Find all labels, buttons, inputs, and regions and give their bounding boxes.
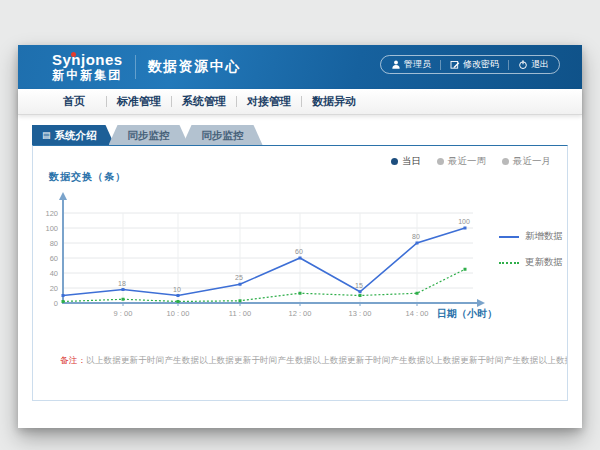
app-window: Synjones 新中新集团 数据资源中心 管理员 修改密码 [18,45,582,428]
edit-icon [450,59,460,70]
logo-text-cn: 新中新集团 [52,69,123,82]
line-chart-svg: 0204060801001209 : 0010 : 0011 : 0012 : … [33,190,493,330]
data-point-label: 100 [458,218,470,225]
radio-label: 当日 [402,155,421,168]
data-point-label: 15 [355,282,363,289]
footnote-text: 以上数据更新于时间产生数据以上数据更新于时间产生数据以上数据更新于时间产生数据以… [86,355,567,365]
line-chart: 0204060801001209 : 0010 : 0011 : 0012 : … [33,190,493,330]
data-point [177,294,180,297]
tab-sync-monitor-1[interactable]: 同步监控 [109,125,189,145]
y-tick-label: 40 [50,269,58,278]
pill-divider [508,60,509,70]
logo-text-en: Synjones [52,52,123,69]
logout-label: 退出 [531,58,549,71]
content-area: ▤ 系统介绍 同步监控 同步监控 当日 最近一周 最近一月 [18,115,582,428]
data-point [239,299,242,302]
data-point-label: 18 [118,280,126,287]
tab-label: 系统介绍 [55,125,97,145]
legend-label: 更新数据 [525,256,563,269]
user-icon [391,59,401,70]
data-point-label: 60 [295,248,303,255]
x-tick-label: 9 : 00 [114,309,133,318]
data-point-label: 10 [173,286,181,293]
nav-item-standard-mgmt[interactable]: 标准管理 [107,94,171,109]
radio-dot-icon [437,158,444,165]
y-axis-title: 数据交换（条） [49,170,126,184]
logout-button[interactable]: 退出 [518,58,549,71]
y-tick-label: 80 [50,239,58,248]
legend-item-update-data: 更新数据 [499,256,563,269]
data-point [299,257,302,260]
nav-item-data-change[interactable]: 数据异动 [302,94,366,109]
y-tick-label: 60 [50,254,58,263]
change-password-label: 修改密码 [463,58,499,71]
y-tick-label: 0 [54,299,58,308]
radio-today[interactable]: 当日 [391,155,421,168]
page-title: 数据资源中心 [148,58,241,76]
y-tick-label: 20 [50,284,58,293]
footnote-label: 备注： [60,355,86,365]
x-axis-arrow-icon [477,299,485,307]
data-point [464,268,467,271]
header-divider [135,55,136,79]
tab-sync-monitor-2[interactable]: 同步监控 [183,125,263,145]
radio-dot-icon [502,158,509,165]
logo: Synjones 新中新集团 [52,52,123,82]
data-point [416,292,419,295]
x-axis-title: 日期（小时） [437,307,497,321]
data-point [122,288,125,291]
y-tick-label: 100 [45,224,58,233]
user-menu[interactable]: 管理员 [391,58,431,71]
data-point-label: 25 [235,274,243,281]
dotted-line-swatch-icon [499,262,519,264]
user-toolbar: 管理员 修改密码 退出 [380,55,560,74]
change-password-button[interactable]: 修改密码 [450,58,499,71]
data-point [359,290,362,293]
radio-last-month[interactable]: 最近一月 [502,155,551,168]
document-icon: ▤ [42,131,51,140]
x-tick-label: 13 : 00 [349,309,372,318]
tab-bar: ▤ 系统介绍 同步监控 同步监控 [32,125,263,145]
data-point [464,227,467,230]
data-point [359,294,362,297]
tab-system-intro[interactable]: ▤ 系统介绍 [32,125,115,145]
legend-item-new-data: 新增数据 [499,230,563,243]
radio-label: 最近一月 [513,155,551,168]
x-tick-label: 10 : 00 [167,309,190,318]
x-tick-label: 12 : 00 [289,309,312,318]
chart-legend: 新增数据 更新数据 [499,230,563,269]
data-point [239,283,242,286]
nav-item-system-mgmt[interactable]: 系统管理 [172,94,236,109]
data-point [122,298,125,301]
data-point [177,300,180,303]
user-name: 管理员 [404,58,431,71]
y-tick-label: 120 [45,209,58,218]
power-icon [518,59,528,70]
range-filter: 当日 最近一周 最近一月 [391,155,551,168]
chart-panel: 当日 最近一周 最近一月 数据交换（条） 0204060801001209 : … [32,145,568,401]
footnote: 备注：以上数据更新于时间产生数据以上数据更新于时间产生数据以上数据更新于时间产生… [33,355,567,367]
nav-item-home[interactable]: 首页 [42,94,106,109]
pill-divider [440,60,441,70]
data-point [62,300,65,303]
y-axis-arrow-icon [59,192,67,200]
x-tick-label: 14 : 00 [406,309,429,318]
legend-label: 新增数据 [525,230,563,243]
radio-last-week[interactable]: 最近一周 [437,155,486,168]
radio-dot-icon [391,158,398,165]
data-point [416,242,419,245]
data-point [299,292,302,295]
main-nav: 首页 标准管理 系统管理 对接管理 数据异动 [18,89,582,115]
solid-line-swatch-icon [499,236,519,238]
nav-item-interface-mgmt[interactable]: 对接管理 [237,94,301,109]
data-point [62,294,65,297]
app-header: Synjones 新中新集团 数据资源中心 管理员 修改密码 [18,45,582,89]
radio-label: 最近一周 [448,155,486,168]
data-point-label: 80 [412,233,420,240]
x-tick-label: 11 : 00 [229,309,251,318]
